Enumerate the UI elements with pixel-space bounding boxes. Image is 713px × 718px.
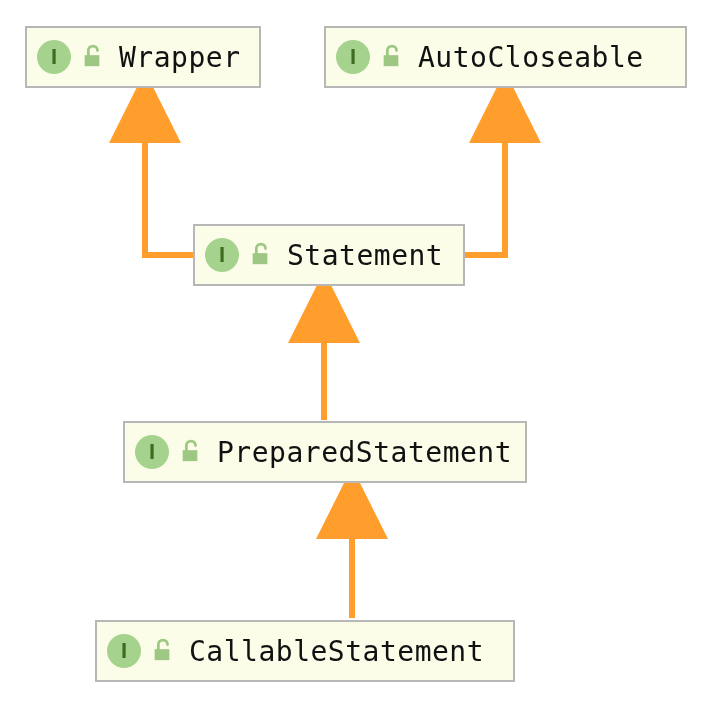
interface-badge-letter: I <box>350 44 356 70</box>
interface-badge-letter: I <box>121 638 127 664</box>
interface-badge-icon: I <box>205 238 239 272</box>
unlock-icon <box>151 638 173 664</box>
node-label: CallableStatement <box>189 635 484 668</box>
edge-statement-to-autocloseable <box>462 107 505 255</box>
node-statement: I Statement <box>193 224 465 286</box>
interface-badge-icon: I <box>336 40 370 74</box>
node-label: Wrapper <box>119 41 241 74</box>
node-label: PreparedStatement <box>217 436 512 469</box>
interface-hierarchy-diagram: { "diagram": { "badge_letter": "I", "nod… <box>0 0 713 718</box>
connector-layer <box>0 0 713 718</box>
unlock-icon <box>249 242 271 268</box>
interface-badge-icon: I <box>107 634 141 668</box>
interface-badge-icon: I <box>37 40 71 74</box>
node-wrapper: I Wrapper <box>25 26 261 88</box>
node-label: AutoCloseable <box>418 41 644 74</box>
node-label: Statement <box>287 239 443 272</box>
interface-badge-icon: I <box>135 435 169 469</box>
unlock-icon <box>81 44 103 70</box>
node-autocloseable: I AutoCloseable <box>324 26 687 88</box>
interface-badge-letter: I <box>51 44 57 70</box>
unlock-icon <box>179 439 201 465</box>
interface-badge-letter: I <box>149 439 155 465</box>
node-callablestatement: I CallableStatement <box>95 620 515 682</box>
unlock-icon <box>380 44 402 70</box>
interface-badge-letter: I <box>219 242 225 268</box>
node-preparedstatement: I PreparedStatement <box>123 421 527 483</box>
